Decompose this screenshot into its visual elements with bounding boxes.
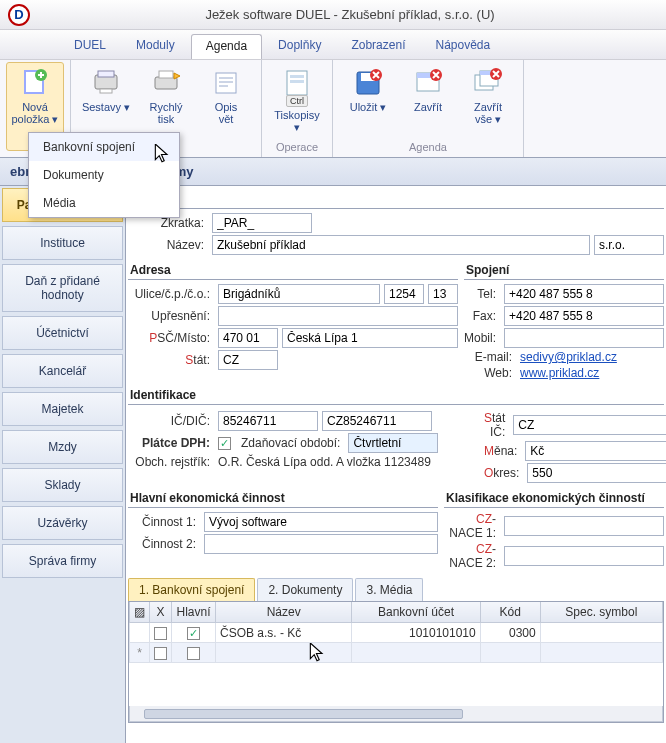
close-all-icon [472, 67, 504, 99]
input-obdobi[interactable] [348, 433, 438, 453]
input-zkratka[interactable] [212, 213, 312, 233]
input-psc[interactable] [218, 328, 278, 348]
input-upresneni[interactable] [218, 306, 458, 326]
delete-checkbox[interactable] [154, 627, 167, 640]
menu-tab-doplňky[interactable]: Doplňky [264, 34, 335, 59]
detail-tab[interactable]: 1. Bankovní spojení [128, 578, 255, 601]
input-ulice[interactable] [218, 284, 380, 304]
dropdown-item[interactable]: Dokumenty [29, 161, 179, 189]
table-row[interactable]: * [130, 643, 663, 663]
sidenav-item[interactable]: Mzdy [2, 430, 123, 464]
input-co[interactable] [428, 284, 458, 304]
section-spojeni: Spojení [464, 259, 664, 280]
close-button[interactable]: Zavřít [399, 62, 457, 139]
input-okres[interactable] [527, 463, 666, 483]
cell-ucet[interactable]: 1010101010 [352, 623, 480, 643]
sidenav-item[interactable]: Daň z přidané hodnoty [2, 264, 123, 312]
label-okres: Okres: [484, 466, 523, 480]
new-item-icon [19, 67, 51, 99]
hlavni-checkbox[interactable] [187, 627, 200, 640]
input-stat[interactable] [218, 350, 278, 370]
cell-kod[interactable]: 0300 [480, 623, 540, 643]
grid-header[interactable]: Hlavní [172, 602, 216, 623]
label-ulice: Ulice/č.p./č.o.: [128, 287, 214, 301]
link-web[interactable]: www.priklad.cz [520, 366, 664, 380]
grid-header[interactable]: Spec. symbol [540, 602, 662, 623]
input-static[interactable] [513, 415, 666, 435]
detail-tab[interactable]: 3. Média [355, 578, 423, 601]
input-mobil[interactable] [504, 328, 664, 348]
menu-tab-duel[interactable]: DUEL [60, 34, 120, 59]
grid-header[interactable]: X [150, 602, 172, 623]
keyboard-badge: Ctrl [286, 95, 308, 107]
input-nazev-suffix[interactable] [594, 235, 664, 255]
save-icon [352, 67, 384, 99]
sidenav-item[interactable]: Účetnictví [2, 316, 123, 350]
label-zkratka: Zkratka: [128, 216, 208, 230]
row-marker [130, 623, 150, 643]
row-marker: * [130, 643, 150, 663]
table-row[interactable]: ČSOB a.s. - Kč10101010100300 [130, 623, 663, 643]
menu-tab-zobrazení[interactable]: Zobrazení [337, 34, 419, 59]
save-button[interactable]: Uložit ▾ [339, 62, 397, 139]
detail-tabs: 1. Bankovní spojení2. Dokumenty3. Média [128, 578, 664, 602]
sidenav-item[interactable]: Sklady [2, 468, 123, 502]
sidenav-item[interactable]: Správa firmy [2, 544, 123, 578]
menu-tab-nápověda[interactable]: Nápověda [421, 34, 504, 59]
value-rejstrik: O.R. Česká Lípa odd. A vložka 1123489 [218, 455, 431, 469]
label-stat: Stát: [128, 353, 214, 367]
grid-header[interactable]: Bankovní účet [352, 602, 480, 623]
input-nazev[interactable] [212, 235, 590, 255]
dropdown-item[interactable]: Média [29, 189, 179, 217]
cell-nazev[interactable] [216, 643, 352, 663]
checkbox-platce[interactable] [218, 437, 231, 450]
input-ic[interactable] [218, 411, 318, 431]
save-label: Uložit ▾ [350, 101, 387, 113]
menubar: DUELModulyAgendaDoplňkyZobrazeníNápověda [0, 30, 666, 60]
input-c1[interactable] [204, 512, 438, 532]
cell-spec[interactable] [540, 623, 662, 643]
input-misto[interactable] [282, 328, 458, 348]
hlavni-checkbox[interactable] [187, 647, 200, 660]
section-ident: Identifikace [128, 384, 664, 405]
input-cp[interactable] [384, 284, 424, 304]
menu-tab-agenda[interactable]: Agenda [191, 34, 262, 59]
grid-header[interactable]: Kód [480, 602, 540, 623]
sidenav-item[interactable]: Instituce [2, 226, 123, 260]
delete-checkbox[interactable] [154, 647, 167, 660]
close-all-button[interactable]: Zavřít vše ▾ [459, 62, 517, 139]
grid-header[interactable]: Název [216, 602, 352, 623]
input-n1[interactable] [504, 516, 664, 536]
dropdown-item[interactable]: Bankovní spojení [29, 133, 179, 161]
cell-spec[interactable] [540, 643, 662, 663]
grid-scrollbar-h[interactable] [129, 706, 663, 722]
input-c2[interactable] [204, 534, 438, 554]
input-tel[interactable] [504, 284, 664, 304]
label-n2: CZ-NACE 2: [444, 542, 500, 570]
sidenav-item[interactable]: Majetek [2, 392, 123, 426]
svg-rect-7 [216, 73, 236, 93]
input-mena[interactable] [525, 441, 666, 461]
svg-rect-13 [290, 80, 304, 83]
close-all-label: Zavřít vše ▾ [474, 101, 502, 125]
sidenav-item[interactable]: Kancelář [2, 354, 123, 388]
window-title: Ježek software DUEL - Zkušební příklad, … [42, 7, 658, 22]
menu-tab-moduly[interactable]: Moduly [122, 34, 189, 59]
input-n2[interactable] [504, 546, 664, 566]
cell-ucet[interactable] [352, 643, 480, 663]
cell-kod[interactable] [480, 643, 540, 663]
quick-print-icon [150, 67, 182, 99]
new-item-label: Nová položka ▾ [12, 101, 59, 125]
detail-tab[interactable]: 2. Dokumenty [257, 578, 353, 601]
section-klas: Klasifikace ekonomických činností [444, 487, 664, 508]
grid-header[interactable]: ▨ [130, 602, 150, 623]
sentence-copy-button[interactable]: Opis vět [197, 62, 255, 151]
label-platce: Plátce DPH: [128, 436, 214, 450]
svg-rect-12 [290, 75, 304, 78]
sidenav-item[interactable]: Uzávěrky [2, 506, 123, 540]
forms-button[interactable]: CtrlTiskopisy ▾ [268, 62, 326, 139]
cell-nazev[interactable]: ČSOB a.s. - Kč [216, 623, 352, 643]
input-fax[interactable] [504, 306, 664, 326]
input-dic[interactable] [322, 411, 432, 431]
link-email[interactable]: sedivy@priklad.cz [520, 350, 664, 364]
